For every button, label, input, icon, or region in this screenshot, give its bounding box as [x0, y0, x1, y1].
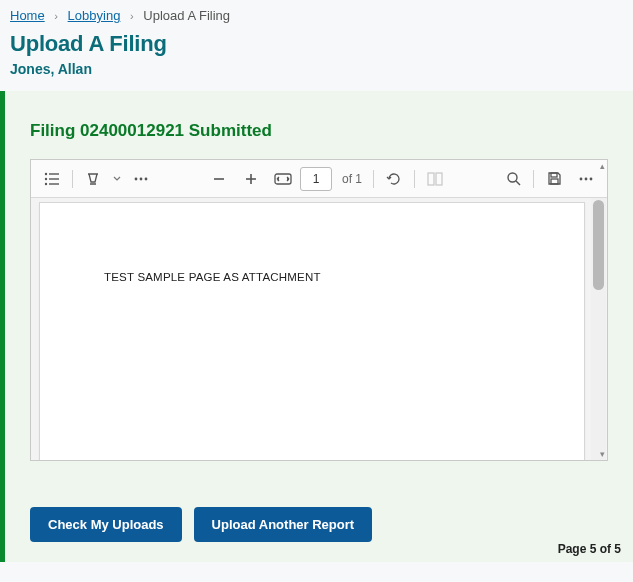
- svg-point-2: [45, 177, 47, 179]
- page-of-label: of 1: [334, 172, 368, 186]
- breadcrumb-separator: ›: [124, 10, 140, 22]
- breadcrumb-separator: ›: [48, 10, 64, 22]
- scroll-up-icon[interactable]: ▴: [597, 160, 607, 172]
- svg-line-16: [516, 181, 520, 185]
- breadcrumb: Home › Lobbying › Upload A Filing: [0, 0, 633, 29]
- search-icon[interactable]: [498, 165, 528, 193]
- svg-point-7: [140, 177, 143, 180]
- more-horizontal-icon[interactable]: [126, 165, 156, 193]
- pdf-document-text: TEST SAMPLE PAGE AS ATTACHMENT: [104, 271, 321, 283]
- svg-point-19: [580, 177, 583, 180]
- toolbar-separator: [72, 170, 73, 188]
- svg-rect-14: [436, 173, 442, 185]
- breadcrumb-lobbying-link[interactable]: Lobbying: [68, 8, 121, 23]
- svg-rect-17: [551, 173, 557, 177]
- toolbar-separator: [373, 170, 374, 188]
- pdf-viewer: of 1: [30, 159, 608, 461]
- page-subtitle: Jones, Allan: [10, 61, 623, 77]
- page-count-label: Page 5 of 5: [558, 542, 621, 556]
- breadcrumb-current: Upload A Filing: [143, 8, 230, 23]
- svg-rect-13: [428, 173, 434, 185]
- svg-point-6: [135, 177, 138, 180]
- toolbar-separator: [414, 170, 415, 188]
- rotate-icon[interactable]: [379, 165, 409, 193]
- svg-rect-18: [551, 179, 558, 184]
- scroll-down-icon[interactable]: ▾: [597, 448, 607, 460]
- outline-icon[interactable]: [37, 165, 67, 193]
- svg-point-21: [590, 177, 593, 180]
- zoom-out-icon[interactable]: [204, 165, 234, 193]
- svg-point-4: [45, 182, 47, 184]
- svg-point-15: [508, 173, 517, 182]
- toolbar-separator: [533, 170, 534, 188]
- highlight-icon[interactable]: [78, 165, 108, 193]
- fit-width-icon[interactable]: [268, 165, 298, 193]
- page-header: Upload A Filing Jones, Allan: [0, 29, 633, 91]
- svg-point-0: [45, 172, 47, 174]
- page-title: Upload A Filing: [10, 31, 623, 57]
- zoom-in-icon[interactable]: [236, 165, 266, 193]
- upload-another-report-button[interactable]: Upload Another Report: [194, 507, 373, 542]
- page-view-icon[interactable]: [420, 165, 450, 193]
- panel-title: Filing 02400012921 Submitted: [30, 121, 608, 141]
- breadcrumb-home-link[interactable]: Home: [10, 8, 45, 23]
- svg-point-8: [145, 177, 148, 180]
- svg-point-20: [585, 177, 588, 180]
- chevron-down-icon[interactable]: [110, 176, 124, 182]
- action-buttons: Check My Uploads Upload Another Report: [30, 507, 608, 542]
- frame-scrollbar[interactable]: ▴ ▾: [597, 160, 607, 460]
- check-my-uploads-button[interactable]: Check My Uploads: [30, 507, 182, 542]
- pdf-page: TEST SAMPLE PAGE AS ATTACHMENT: [39, 202, 585, 460]
- page-number-input[interactable]: [300, 167, 332, 191]
- submitted-panel: Filing 02400012921 Submitted: [0, 91, 633, 562]
- pdf-body: TEST SAMPLE PAGE AS ATTACHMENT: [31, 198, 607, 460]
- save-icon[interactable]: [539, 165, 569, 193]
- pdf-toolbar: of 1: [31, 160, 607, 198]
